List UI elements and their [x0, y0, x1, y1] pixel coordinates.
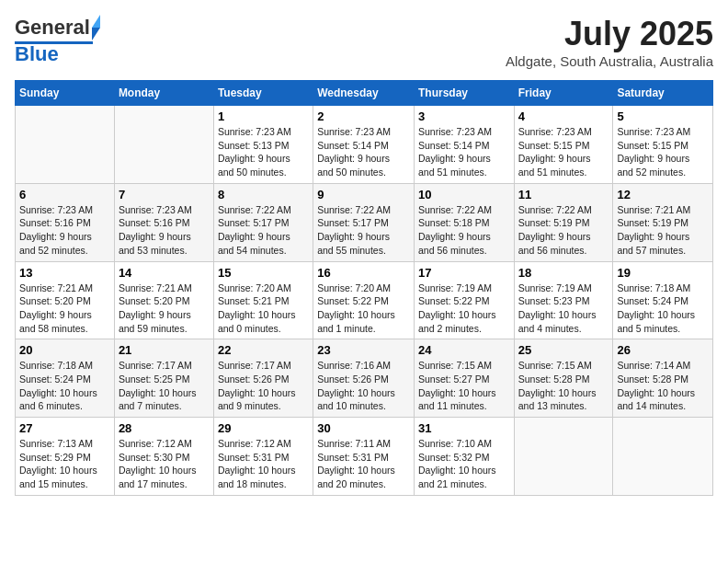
day-number: 16: [317, 266, 410, 280]
day-info: Sunrise: 7:22 AM Sunset: 5:17 PM Dayligh…: [218, 203, 309, 258]
day-info: Sunrise: 7:21 AM Sunset: 5:20 PM Dayligh…: [119, 282, 210, 336]
day-cell: [114, 106, 213, 184]
week-row-1: 1Sunrise: 7:23 AM Sunset: 5:13 PM Daylig…: [16, 106, 713, 184]
week-row-4: 20Sunrise: 7:18 AM Sunset: 5:24 PM Dayli…: [16, 339, 713, 418]
day-info: Sunrise: 7:20 AM Sunset: 5:21 PM Dayligh…: [218, 282, 309, 336]
week-row-2: 6Sunrise: 7:23 AM Sunset: 5:16 PM Daylig…: [16, 183, 713, 261]
header-cell-friday: Friday: [514, 81, 613, 106]
day-info: Sunrise: 7:14 AM Sunset: 5:28 PM Dayligh…: [617, 359, 709, 413]
day-cell: 8Sunrise: 7:22 AM Sunset: 5:17 PM Daylig…: [213, 183, 313, 261]
day-number: 21: [119, 343, 210, 357]
day-number: 17: [418, 266, 510, 280]
day-number: 29: [218, 421, 309, 435]
week-row-3: 13Sunrise: 7:21 AM Sunset: 5:20 PM Dayli…: [16, 261, 713, 339]
day-info: Sunrise: 7:21 AM Sunset: 5:19 PM Dayligh…: [617, 203, 709, 258]
day-number: 26: [617, 343, 709, 357]
week-row-5: 27Sunrise: 7:13 AM Sunset: 5:29 PM Dayli…: [16, 418, 713, 496]
calendar-header: SundayMondayTuesdayWednesdayThursdayFrid…: [16, 81, 713, 106]
day-cell: 3Sunrise: 7:23 AM Sunset: 5:14 PM Daylig…: [414, 106, 514, 184]
day-number: 23: [317, 343, 410, 357]
day-cell: 7Sunrise: 7:23 AM Sunset: 5:16 PM Daylig…: [114, 183, 213, 261]
day-info: Sunrise: 7:19 AM Sunset: 5:22 PM Dayligh…: [418, 282, 510, 336]
header-cell-thursday: Thursday: [414, 81, 514, 106]
day-number: 8: [218, 188, 309, 201]
day-number: 13: [19, 266, 110, 280]
day-info: Sunrise: 7:21 AM Sunset: 5:20 PM Dayligh…: [19, 282, 110, 336]
day-cell: 26Sunrise: 7:14 AM Sunset: 5:28 PM Dayli…: [613, 339, 713, 418]
day-number: 31: [418, 421, 510, 435]
day-number: 6: [19, 188, 110, 201]
day-cell: 6Sunrise: 7:23 AM Sunset: 5:16 PM Daylig…: [16, 183, 115, 261]
day-info: Sunrise: 7:23 AM Sunset: 5:16 PM Dayligh…: [119, 203, 210, 258]
day-number: 4: [518, 109, 609, 123]
day-cell: 19Sunrise: 7:18 AM Sunset: 5:24 PM Dayli…: [613, 261, 713, 339]
day-number: 22: [218, 343, 309, 357]
logo-triangle-top: [92, 15, 100, 28]
day-number: 5: [617, 109, 709, 123]
header-cell-wednesday: Wednesday: [313, 81, 415, 106]
day-cell: 24Sunrise: 7:15 AM Sunset: 5:27 PM Dayli…: [414, 339, 514, 418]
day-number: 15: [218, 266, 309, 280]
day-info: Sunrise: 7:17 AM Sunset: 5:26 PM Dayligh…: [218, 359, 309, 413]
day-info: Sunrise: 7:16 AM Sunset: 5:26 PM Dayligh…: [317, 359, 410, 413]
day-cell: 31Sunrise: 7:10 AM Sunset: 5:32 PM Dayli…: [414, 418, 514, 496]
day-cell: 17Sunrise: 7:19 AM Sunset: 5:22 PM Dayli…: [414, 261, 514, 339]
day-cell: 14Sunrise: 7:21 AM Sunset: 5:20 PM Dayli…: [114, 261, 213, 339]
day-info: Sunrise: 7:22 AM Sunset: 5:18 PM Dayligh…: [418, 203, 510, 258]
day-info: Sunrise: 7:23 AM Sunset: 5:16 PM Dayligh…: [19, 203, 110, 258]
day-info: Sunrise: 7:12 AM Sunset: 5:31 PM Dayligh…: [218, 437, 309, 491]
day-number: 18: [518, 266, 609, 280]
day-cell: 20Sunrise: 7:18 AM Sunset: 5:24 PM Dayli…: [16, 339, 115, 418]
day-number: 7: [119, 188, 210, 201]
day-cell: 27Sunrise: 7:13 AM Sunset: 5:29 PM Dayli…: [16, 418, 115, 496]
day-cell: 28Sunrise: 7:12 AM Sunset: 5:30 PM Dayli…: [114, 418, 213, 496]
day-info: Sunrise: 7:22 AM Sunset: 5:19 PM Dayligh…: [518, 203, 609, 258]
header-cell-monday: Monday: [114, 81, 213, 106]
day-number: 14: [119, 266, 210, 280]
day-info: Sunrise: 7:23 AM Sunset: 5:13 PM Dayligh…: [218, 125, 309, 179]
day-info: Sunrise: 7:23 AM Sunset: 5:14 PM Dayligh…: [317, 125, 410, 179]
day-cell: 5Sunrise: 7:23 AM Sunset: 5:15 PM Daylig…: [613, 106, 713, 184]
calendar-table: SundayMondayTuesdayWednesdayThursdayFrid…: [15, 80, 713, 496]
day-number: 19: [617, 266, 709, 280]
day-info: Sunrise: 7:15 AM Sunset: 5:28 PM Dayligh…: [518, 359, 609, 413]
day-number: 25: [518, 343, 609, 357]
day-cell: 23Sunrise: 7:16 AM Sunset: 5:26 PM Dayli…: [313, 339, 415, 418]
day-cell: 15Sunrise: 7:20 AM Sunset: 5:21 PM Dayli…: [213, 261, 313, 339]
logo-blue-text: Blue: [15, 42, 59, 66]
day-cell: [16, 106, 115, 184]
header-cell-saturday: Saturday: [613, 81, 713, 106]
day-cell: 12Sunrise: 7:21 AM Sunset: 5:19 PM Dayli…: [613, 183, 713, 261]
day-info: Sunrise: 7:23 AM Sunset: 5:15 PM Dayligh…: [617, 125, 709, 179]
day-cell: 25Sunrise: 7:15 AM Sunset: 5:28 PM Dayli…: [514, 339, 613, 418]
calendar-body: 1Sunrise: 7:23 AM Sunset: 5:13 PM Daylig…: [16, 106, 713, 496]
day-cell: 1Sunrise: 7:23 AM Sunset: 5:13 PM Daylig…: [213, 106, 313, 184]
day-cell: 29Sunrise: 7:12 AM Sunset: 5:31 PM Dayli…: [213, 418, 313, 496]
location-subtitle: Aldgate, South Australia, Australia: [506, 53, 713, 69]
header-row: SundayMondayTuesdayWednesdayThursdayFrid…: [16, 81, 713, 106]
logo-triangle-bottom: [92, 28, 100, 40]
day-cell: 18Sunrise: 7:19 AM Sunset: 5:23 PM Dayli…: [514, 261, 613, 339]
page-header: General Blue July 2025 Aldgate, South Au…: [15, 15, 713, 69]
day-info: Sunrise: 7:23 AM Sunset: 5:14 PM Dayligh…: [418, 125, 510, 179]
day-info: Sunrise: 7:18 AM Sunset: 5:24 PM Dayligh…: [19, 359, 110, 413]
day-number: 28: [119, 421, 210, 435]
day-cell: 30Sunrise: 7:11 AM Sunset: 5:31 PM Dayli…: [313, 418, 415, 496]
day-cell: 9Sunrise: 7:22 AM Sunset: 5:17 PM Daylig…: [313, 183, 415, 261]
day-number: 11: [518, 188, 609, 201]
day-cell: 2Sunrise: 7:23 AM Sunset: 5:14 PM Daylig…: [313, 106, 415, 184]
day-cell: 16Sunrise: 7:20 AM Sunset: 5:22 PM Dayli…: [313, 261, 415, 339]
logo: General Blue: [15, 15, 100, 66]
day-cell: 11Sunrise: 7:22 AM Sunset: 5:19 PM Dayli…: [514, 183, 613, 261]
day-number: 30: [317, 421, 410, 435]
day-number: 10: [418, 188, 510, 201]
day-cell: [514, 418, 613, 496]
day-info: Sunrise: 7:20 AM Sunset: 5:22 PM Dayligh…: [317, 282, 410, 336]
day-number: 24: [418, 343, 510, 357]
day-info: Sunrise: 7:12 AM Sunset: 5:30 PM Dayligh…: [119, 437, 210, 491]
logo-general-text: General: [15, 16, 90, 40]
day-info: Sunrise: 7:15 AM Sunset: 5:27 PM Dayligh…: [418, 359, 510, 413]
day-cell: 4Sunrise: 7:23 AM Sunset: 5:15 PM Daylig…: [514, 106, 613, 184]
day-number: 9: [317, 188, 410, 201]
day-number: 27: [19, 421, 110, 435]
